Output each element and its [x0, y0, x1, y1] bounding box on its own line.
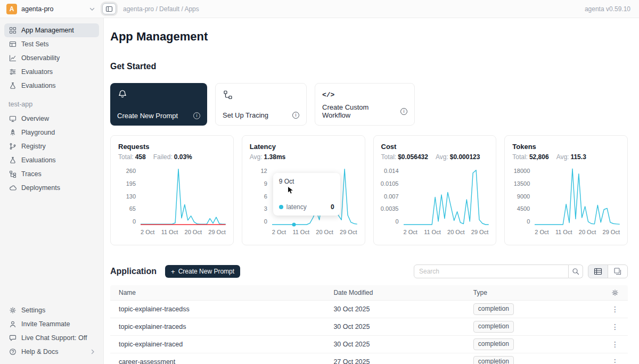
user-icon: [9, 320, 17, 328]
sidebar-item-overview[interactable]: Overview: [4, 112, 99, 126]
sidebar: App Management Test Sets Observability E…: [0, 18, 104, 364]
tokens-chart[interactable]: [535, 168, 620, 225]
sidebar-item-live-chat-support[interactable]: Live Chat Support: Off: [4, 331, 99, 345]
sidebar-item-app-management[interactable]: App Management: [4, 23, 99, 37]
info-icon[interactable]: i: [193, 112, 200, 119]
create-custom-workflow-card[interactable]: </> Create Custom Workflow i: [315, 83, 415, 126]
sidebar-item-help-docs[interactable]: Help & Docs: [4, 345, 99, 359]
x-tick-label: 11 Oct: [161, 229, 178, 235]
date-modified: 30 Oct 2025: [325, 323, 464, 330]
y-tick-label: 0.0105: [381, 181, 399, 187]
table-row[interactable]: topic-explainer-traceds 30 Oct 2025 comp…: [110, 318, 628, 336]
stat-label: Avg:: [556, 153, 569, 161]
table-view-button[interactable]: [588, 264, 608, 278]
x-axis-labels: 2 Oct11 Oct20 Oct29 Oct: [141, 229, 226, 235]
search-input[interactable]: [414, 264, 569, 278]
y-tick-label: 4500: [517, 206, 530, 212]
x-tick-label: 29 Oct: [603, 229, 620, 235]
row-menu-button[interactable]: ⋮: [602, 305, 628, 313]
stat-value: $0.000123: [450, 153, 480, 161]
metric-stats: Total:52,806 Avg:115.3: [512, 153, 620, 161]
sidebar-toggle-button[interactable]: [102, 3, 116, 14]
breadcrumb[interactable]: agenta-pro / Default / Apps: [123, 5, 199, 13]
sidebar-item-evaluators[interactable]: Evaluators: [4, 65, 99, 79]
sidebar-item-label: Overview: [21, 115, 49, 122]
x-tick-label: 20 Oct: [579, 229, 596, 235]
metric-stats: Total:$0.056432 Avg:$0.000123: [381, 153, 489, 161]
metric-title: Tokens: [512, 143, 620, 151]
cloud-icon: [9, 184, 17, 192]
y-tick-label: 12: [261, 168, 267, 174]
sidebar-item-traces[interactable]: Traces: [4, 167, 99, 181]
table-row[interactable]: topic-explainer-tracedss 30 Oct 2025 com…: [110, 301, 628, 318]
sidebar-item-evaluations-app[interactable]: Evaluations: [4, 153, 99, 167]
card-label: Create New Prompt: [117, 112, 178, 120]
plus-icon: +: [171, 268, 175, 275]
row-menu-button[interactable]: ⋮: [602, 322, 628, 331]
stat-label: Avg:: [250, 153, 263, 161]
card-label: Create Custom Workflow: [322, 103, 396, 119]
y-tick-label: 13500: [514, 181, 530, 187]
sidebar-item-deployments[interactable]: Deployments: [4, 181, 99, 195]
set-up-tracing-card[interactable]: Set Up Tracing i: [215, 83, 307, 126]
app-name: career-assessment: [110, 358, 325, 364]
sidebar-item-label: Live Chat Support: Off: [21, 334, 87, 342]
project-section-label: test-app: [4, 101, 99, 108]
create-button-label: Create New Prompt: [178, 268, 234, 275]
create-new-prompt-button[interactable]: + Create New Prompt: [165, 265, 240, 278]
metric-title: Requests: [118, 143, 226, 151]
x-tick-label: 20 Oct: [447, 229, 464, 235]
y-tick-label: 0.007: [384, 194, 399, 200]
x-axis-labels: 2 Oct11 Oct20 Oct29 Oct: [404, 229, 489, 235]
search-group: [414, 264, 583, 278]
table-row[interactable]: topic-explainer-traced 30 Oct 2025 compl…: [110, 336, 628, 353]
info-icon[interactable]: i: [292, 112, 299, 119]
x-tick-label: 29 Oct: [208, 229, 225, 235]
y-axis-labels: 0.0140.01050.0070.00350: [381, 168, 404, 225]
hovered-point-dot: [292, 223, 296, 227]
y-tick-label: 0.014: [384, 168, 399, 174]
sidebar-item-registry[interactable]: Registry: [4, 139, 99, 153]
sidebar-item-test-sets[interactable]: Test Sets: [4, 37, 99, 51]
sidebar-item-label: Help & Docs: [21, 348, 58, 355]
column-header-type: Type: [465, 289, 602, 296]
series-dot-icon: [279, 205, 283, 209]
table-row[interactable]: career-assessment 27 Oct 2025 completion…: [110, 353, 628, 364]
cost-chart[interactable]: [404, 168, 489, 225]
date-modified: 27 Oct 2025: [325, 358, 464, 364]
monitor-icon: [9, 115, 17, 122]
mouse-cursor-icon: [287, 186, 294, 195]
x-tick-label: 29 Oct: [471, 229, 488, 235]
workspace-selector[interactable]: A agenta-pro: [0, 4, 99, 14]
metric-stats: Avg:1.38ms: [250, 153, 357, 161]
search-button[interactable]: [569, 264, 583, 278]
requests-metric-card: Requests Total:458 Failed:0.03% 26019513…: [110, 135, 234, 245]
row-menu-button[interactable]: ⋮: [602, 340, 628, 349]
app-type: completion: [465, 356, 602, 364]
tree-structure-icon: [9, 170, 17, 178]
sidebar-item-settings[interactable]: Settings: [4, 303, 99, 317]
sidebar-item-observability[interactable]: Observability: [4, 51, 99, 65]
app-name: topic-explainer-traceds: [110, 323, 325, 330]
sidebar-item-evaluations[interactable]: Evaluations: [4, 79, 99, 93]
x-tick-label: 2 Oct: [404, 229, 417, 235]
table-settings-button[interactable]: [602, 289, 628, 296]
stat-label: Failed:: [153, 153, 173, 161]
y-tick-label: 260: [126, 168, 136, 174]
sidebar-item-invite-teammate[interactable]: Invite Teammate: [4, 317, 99, 331]
requests-chart[interactable]: [141, 168, 226, 225]
apps-table: Name Date Modified Type topic-explainer-…: [110, 285, 628, 364]
row-menu-button[interactable]: ⋮: [602, 358, 628, 364]
chart-line-icon: [9, 54, 17, 62]
y-tick-label: 18000: [514, 168, 530, 174]
sidebar-item-label: Playground: [21, 129, 55, 136]
get-started-title: Get Started: [110, 62, 628, 71]
app-type: completion: [465, 321, 602, 333]
stat-label: Total:: [118, 153, 134, 161]
info-icon[interactable]: i: [400, 108, 407, 115]
y-tick-label: 0: [527, 219, 530, 225]
y-tick-label: 0: [133, 219, 136, 225]
create-new-prompt-card[interactable]: Create New Prompt i: [110, 83, 207, 126]
sidebar-item-playground[interactable]: Playground: [4, 126, 99, 139]
card-view-button[interactable]: [608, 264, 628, 278]
